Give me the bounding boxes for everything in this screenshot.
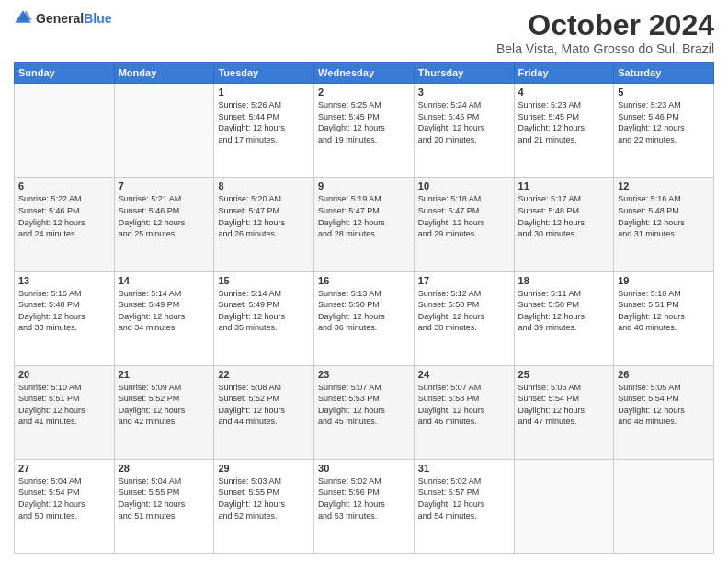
day-number: 10 xyxy=(418,180,510,191)
day-info: Sunrise: 5:14 AM Sunset: 5:49 PM Dayligh… xyxy=(218,288,310,334)
day-number: 9 xyxy=(318,180,410,191)
day-number: 31 xyxy=(418,463,510,474)
calendar-week-row: 20 Sunrise: 5:10 AM Sunset: 5:51 PM Dayl… xyxy=(15,365,714,459)
day-info: Sunrise: 5:23 AM Sunset: 5:45 PM Dayligh… xyxy=(518,99,610,145)
logo-general: General xyxy=(36,11,84,26)
day-info: Sunrise: 5:04 AM Sunset: 5:55 PM Dayligh… xyxy=(119,476,210,522)
calendar-cell: 29 Sunrise: 5:03 AM Sunset: 5:55 PM Dayl… xyxy=(214,459,314,553)
day-info: Sunrise: 5:02 AM Sunset: 5:57 PM Dayligh… xyxy=(418,476,510,522)
day-number: 1 xyxy=(218,86,310,98)
calendar-cell: 18 Sunrise: 5:11 AM Sunset: 5:50 PM Dayl… xyxy=(514,271,614,365)
day-info: Sunrise: 5:05 AM Sunset: 5:54 PM Dayligh… xyxy=(618,382,710,428)
calendar-header-wednesday: Wednesday xyxy=(314,63,415,84)
day-number: 7 xyxy=(119,180,210,191)
calendar-cell xyxy=(15,84,115,178)
day-number: 5 xyxy=(618,86,710,98)
day-number: 29 xyxy=(218,463,310,474)
day-info: Sunrise: 5:22 AM Sunset: 5:46 PM Dayligh… xyxy=(18,193,110,239)
day-number: 25 xyxy=(518,369,610,380)
calendar-header-monday: Monday xyxy=(114,63,214,84)
calendar-week-row: 1 Sunrise: 5:26 AM Sunset: 5:44 PM Dayli… xyxy=(15,84,714,178)
day-number: 30 xyxy=(318,463,410,474)
calendar-cell: 25 Sunrise: 5:06 AM Sunset: 5:54 PM Dayl… xyxy=(514,365,614,459)
day-number: 20 xyxy=(18,369,110,380)
month-title: October 2024 xyxy=(496,9,714,41)
day-info: Sunrise: 5:14 AM Sunset: 5:49 PM Dayligh… xyxy=(119,288,210,334)
day-info: Sunrise: 5:19 AM Sunset: 5:47 PM Dayligh… xyxy=(318,193,410,239)
calendar-cell: 16 Sunrise: 5:13 AM Sunset: 5:50 PM Dayl… xyxy=(314,271,415,365)
calendar-header-sunday: Sunday xyxy=(15,63,115,84)
day-number: 23 xyxy=(318,369,410,380)
calendar-cell: 21 Sunrise: 5:09 AM Sunset: 5:52 PM Dayl… xyxy=(114,365,214,459)
day-number: 22 xyxy=(218,369,310,380)
day-info: Sunrise: 5:23 AM Sunset: 5:46 PM Dayligh… xyxy=(618,99,710,145)
day-number: 19 xyxy=(618,275,710,286)
day-number: 3 xyxy=(418,86,510,98)
calendar-cell: 13 Sunrise: 5:15 AM Sunset: 5:48 PM Dayl… xyxy=(15,271,115,365)
calendar-cell: 6 Sunrise: 5:22 AM Sunset: 5:46 PM Dayli… xyxy=(15,178,115,271)
day-number: 14 xyxy=(119,275,210,286)
calendar-cell: 8 Sunrise: 5:20 AM Sunset: 5:47 PM Dayli… xyxy=(214,178,314,271)
calendar-cell: 10 Sunrise: 5:18 AM Sunset: 5:47 PM Dayl… xyxy=(414,178,514,271)
calendar-cell: 14 Sunrise: 5:14 AM Sunset: 5:49 PM Dayl… xyxy=(114,271,214,365)
calendar-cell: 22 Sunrise: 5:08 AM Sunset: 5:52 PM Dayl… xyxy=(214,365,314,459)
calendar-header-friday: Friday xyxy=(514,63,614,84)
day-number: 18 xyxy=(518,275,610,286)
calendar-cell xyxy=(114,84,214,178)
day-number: 28 xyxy=(119,463,210,474)
day-info: Sunrise: 5:03 AM Sunset: 5:55 PM Dayligh… xyxy=(218,476,310,522)
calendar-cell: 15 Sunrise: 5:14 AM Sunset: 5:49 PM Dayl… xyxy=(214,271,314,365)
calendar-week-row: 27 Sunrise: 5:04 AM Sunset: 5:54 PM Dayl… xyxy=(15,459,714,553)
calendar-cell: 31 Sunrise: 5:02 AM Sunset: 5:57 PM Dayl… xyxy=(414,459,514,553)
calendar-cell: 11 Sunrise: 5:17 AM Sunset: 5:48 PM Dayl… xyxy=(514,178,614,271)
logo: GeneralBlue xyxy=(14,9,111,28)
logo-text: GeneralBlue xyxy=(36,10,111,27)
day-number: 11 xyxy=(518,180,610,191)
calendar-cell: 27 Sunrise: 5:04 AM Sunset: 5:54 PM Dayl… xyxy=(15,459,115,553)
day-info: Sunrise: 5:10 AM Sunset: 5:51 PM Dayligh… xyxy=(618,288,710,334)
location: Bela Vista, Mato Grosso do Sul, Brazil xyxy=(496,41,714,56)
logo-blue: Blue xyxy=(84,11,111,26)
day-info: Sunrise: 5:21 AM Sunset: 5:46 PM Dayligh… xyxy=(119,193,210,239)
day-info: Sunrise: 5:16 AM Sunset: 5:48 PM Dayligh… xyxy=(618,193,710,239)
day-info: Sunrise: 5:06 AM Sunset: 5:54 PM Dayligh… xyxy=(518,382,610,428)
day-info: Sunrise: 5:11 AM Sunset: 5:50 PM Dayligh… xyxy=(518,288,610,334)
calendar-week-row: 13 Sunrise: 5:15 AM Sunset: 5:48 PM Dayl… xyxy=(15,271,714,365)
calendar-cell: 20 Sunrise: 5:10 AM Sunset: 5:51 PM Dayl… xyxy=(15,365,115,459)
day-info: Sunrise: 5:18 AM Sunset: 5:47 PM Dayligh… xyxy=(418,193,510,239)
logo-icon xyxy=(14,9,32,28)
day-info: Sunrise: 5:12 AM Sunset: 5:50 PM Dayligh… xyxy=(418,288,510,334)
calendar-cell xyxy=(514,459,614,553)
calendar-header-tuesday: Tuesday xyxy=(214,63,314,84)
day-number: 12 xyxy=(618,180,710,191)
day-info: Sunrise: 5:10 AM Sunset: 5:51 PM Dayligh… xyxy=(18,382,110,428)
calendar-cell: 7 Sunrise: 5:21 AM Sunset: 5:46 PM Dayli… xyxy=(114,178,214,271)
day-info: Sunrise: 5:24 AM Sunset: 5:45 PM Dayligh… xyxy=(418,99,510,145)
calendar-cell: 2 Sunrise: 5:25 AM Sunset: 5:45 PM Dayli… xyxy=(314,84,415,178)
day-info: Sunrise: 5:17 AM Sunset: 5:48 PM Dayligh… xyxy=(518,193,610,239)
calendar-cell: 17 Sunrise: 5:12 AM Sunset: 5:50 PM Dayl… xyxy=(414,271,514,365)
day-info: Sunrise: 5:13 AM Sunset: 5:50 PM Dayligh… xyxy=(318,288,410,334)
calendar-header-thursday: Thursday xyxy=(414,63,514,84)
header: GeneralBlue October 2024 Bela Vista, Mat… xyxy=(14,9,714,56)
day-number: 27 xyxy=(18,463,110,474)
day-number: 16 xyxy=(318,275,410,286)
day-number: 21 xyxy=(119,369,210,380)
day-info: Sunrise: 5:26 AM Sunset: 5:44 PM Dayligh… xyxy=(218,99,310,145)
day-number: 6 xyxy=(18,180,110,191)
calendar-cell: 4 Sunrise: 5:23 AM Sunset: 5:45 PM Dayli… xyxy=(514,84,614,178)
page: GeneralBlue October 2024 Bela Vista, Mat… xyxy=(0,0,728,563)
calendar-cell: 28 Sunrise: 5:04 AM Sunset: 5:55 PM Dayl… xyxy=(114,459,214,553)
day-number: 26 xyxy=(618,369,710,380)
calendar-cell: 30 Sunrise: 5:02 AM Sunset: 5:56 PM Dayl… xyxy=(314,459,415,553)
day-info: Sunrise: 5:04 AM Sunset: 5:54 PM Dayligh… xyxy=(18,476,110,522)
calendar-cell: 26 Sunrise: 5:05 AM Sunset: 5:54 PM Dayl… xyxy=(614,365,714,459)
calendar-cell xyxy=(614,459,714,553)
day-info: Sunrise: 5:25 AM Sunset: 5:45 PM Dayligh… xyxy=(318,99,410,145)
day-number: 15 xyxy=(218,275,310,286)
day-number: 24 xyxy=(418,369,510,380)
calendar-cell: 9 Sunrise: 5:19 AM Sunset: 5:47 PM Dayli… xyxy=(314,178,415,271)
calendar-cell: 5 Sunrise: 5:23 AM Sunset: 5:46 PM Dayli… xyxy=(614,84,714,178)
calendar-header-saturday: Saturday xyxy=(614,63,714,84)
calendar-cell: 19 Sunrise: 5:10 AM Sunset: 5:51 PM Dayl… xyxy=(614,271,714,365)
